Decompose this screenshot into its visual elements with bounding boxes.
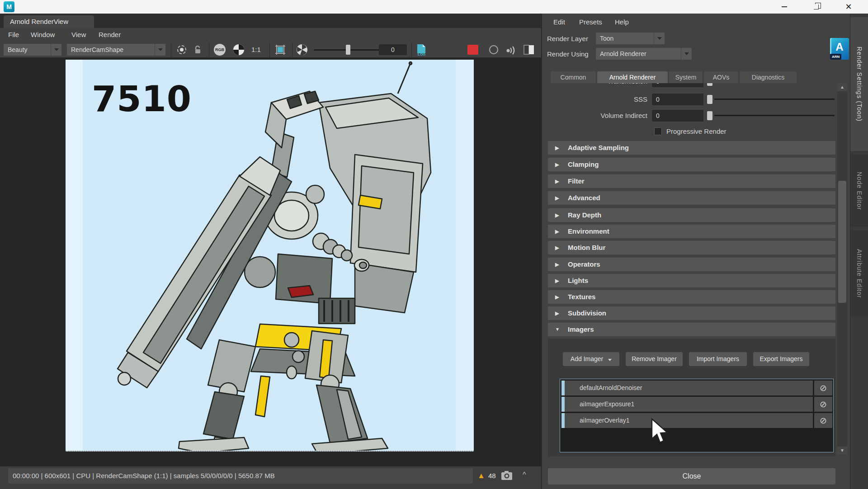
menu-edit[interactable]: Edit xyxy=(553,15,565,29)
camera-dropdown[interactable]: RenderCamShape xyxy=(67,44,165,56)
menu-presets[interactable]: Presets xyxy=(579,15,602,29)
luminance-icon[interactable] xyxy=(231,44,246,56)
renderview-window-tab[interactable]: Arnold RenderView xyxy=(4,15,94,28)
attr-label: Transmission xyxy=(557,83,647,88)
progressive-render-checkbox[interactable] xyxy=(654,127,662,135)
side-tab-render-settings[interactable]: Render Settings (Toon) xyxy=(850,17,868,151)
attr-row-transmission: Transmission 0 xyxy=(545,83,837,88)
render-using-dropdown[interactable]: Arnold Renderer xyxy=(596,48,692,60)
arnold-logo: AARN xyxy=(830,38,849,60)
section-advanced[interactable]: ▶Advanced xyxy=(548,191,835,205)
section-ray-depth[interactable]: ▶Ray Depth xyxy=(548,208,835,222)
disable-imager-button[interactable]: ⊘ xyxy=(814,381,832,395)
remove-imager-button[interactable]: Remove Imager xyxy=(626,352,683,366)
render-status-text: 00:00:00 | 600x601 | CPU | RenderCamShap… xyxy=(8,468,473,484)
imager-accent-bar xyxy=(561,413,565,428)
section-lights[interactable]: ▶Lights xyxy=(548,274,835,287)
section-adaptive-sampling[interactable]: ▶Adaptive Sampling xyxy=(548,141,835,155)
attr-row-sss: SSS 0 xyxy=(545,93,837,106)
renderview-menubar: File Window View Render xyxy=(0,28,541,42)
render-using-value: Arnold Renderer xyxy=(600,50,646,57)
menu-file[interactable]: File xyxy=(8,28,19,42)
exposure-value-field[interactable]: 0 xyxy=(379,44,407,55)
attr-label: Volume Indirect xyxy=(557,109,647,122)
stop-render-button[interactable] xyxy=(467,45,478,55)
section-clamping[interactable]: ▶Clamping xyxy=(548,158,835,171)
zoom-ratio-button[interactable]: 1:1 xyxy=(251,44,261,56)
restore-button[interactable] xyxy=(806,0,826,14)
section-filter[interactable]: ▶Filter xyxy=(548,174,835,188)
tab-system[interactable]: System xyxy=(669,71,703,83)
lock-open-icon[interactable] xyxy=(192,44,204,56)
exposure-slider-handle[interactable] xyxy=(346,45,350,55)
disable-imager-button[interactable]: ⊘ xyxy=(814,397,832,412)
imager-accent-bar xyxy=(561,381,565,395)
section-imagers[interactable]: ▼Imagers xyxy=(548,323,835,336)
imagers-panel: Add Imager Remove Imager Import Imagers … xyxy=(548,339,835,456)
log-display-icon[interactable]: LOG xyxy=(415,44,428,56)
section-environment[interactable]: ▶Environment xyxy=(548,225,835,238)
broadcast-icon[interactable] xyxy=(505,44,518,56)
imager-row-denoiser[interactable]: defaultArnoldDenoiser xyxy=(561,381,813,395)
expand-log-caret[interactable]: ^ xyxy=(523,471,526,479)
render-using-label: Render Using xyxy=(547,50,589,58)
menu-view[interactable]: View xyxy=(71,28,86,42)
section-textures[interactable]: ▶Textures xyxy=(548,290,835,304)
import-imagers-button[interactable]: Import Imagers xyxy=(689,352,747,366)
imager-row-overlay[interactable]: aiImagerOverlay1 xyxy=(561,413,813,428)
aov-dropdown[interactable]: Beauty xyxy=(4,44,61,56)
attr-row-volume-indirect: Volume Indirect 0 xyxy=(545,109,837,122)
3d-manipulation-icon[interactable] xyxy=(175,44,188,56)
section-subdivision[interactable]: ▶Subdivision xyxy=(548,306,835,320)
close-window-button[interactable]: ✕ xyxy=(838,0,859,14)
region-crop-icon[interactable] xyxy=(274,44,287,56)
scrollbar-down-arrow[interactable]: ▼ xyxy=(837,447,847,455)
menu-window[interactable]: Window xyxy=(31,28,55,42)
rgb-channels-icon[interactable]: RGB xyxy=(212,44,227,56)
section-operators[interactable]: ▶Operators xyxy=(548,258,835,271)
disable-imager-button[interactable]: ⊘ xyxy=(814,413,832,428)
sss-slider-handle[interactable] xyxy=(707,95,712,104)
transmission-field[interactable]: 0 xyxy=(652,83,703,87)
tab-aovs[interactable]: AOVs xyxy=(704,71,738,83)
side-tab-attribute-editor[interactable]: Attribute Editor xyxy=(850,230,868,316)
side-tab-node-editor[interactable]: Node Editor xyxy=(850,155,868,227)
transmission-slider-handle[interactable] xyxy=(707,83,712,86)
side-tab-strip: Render Settings (Toon) Node Editor Attri… xyxy=(850,14,868,489)
svg-text:LOG: LOG xyxy=(418,52,425,56)
imager-name: aiImagerExposure1 xyxy=(580,397,634,412)
volume-indirect-slider-handle[interactable] xyxy=(707,111,712,120)
sss-slider-track[interactable] xyxy=(714,99,835,100)
exposure-shutter-icon[interactable] xyxy=(296,44,308,56)
scrollbar-thumb[interactable] xyxy=(838,181,846,303)
chevron-down-icon xyxy=(608,359,612,361)
section-motion-blur[interactable]: ▶Motion Blur xyxy=(548,241,835,254)
minimize-button[interactable] xyxy=(774,0,795,14)
rendered-image[interactable]: 7510 xyxy=(66,60,474,451)
menu-help[interactable]: Help xyxy=(615,15,629,29)
warning-icon[interactable]: ▲ xyxy=(477,471,485,480)
imager-name: defaultArnoldDenoiser xyxy=(580,381,642,395)
menu-render[interactable]: Render xyxy=(99,28,121,42)
scrollbar-up-arrow[interactable]: ▲ xyxy=(837,83,847,91)
chevron-down-icon xyxy=(654,33,665,44)
snapshot-ring-icon[interactable] xyxy=(489,45,498,54)
tab-diagnostics[interactable]: Diagnostics xyxy=(740,71,797,83)
snapshot-camera-icon[interactable] xyxy=(501,470,513,482)
render-layer-dropdown[interactable]: Toon xyxy=(596,33,665,44)
os-title-bar: M ✕ xyxy=(0,0,868,14)
render-layer-value: Toon xyxy=(600,35,613,42)
ab-compare-icon[interactable] xyxy=(523,44,535,56)
export-imagers-button[interactable]: Export Imagers xyxy=(753,352,809,366)
sss-field[interactable]: 0 xyxy=(652,94,703,105)
imager-row-exposure[interactable]: aiImagerExposure1 xyxy=(561,397,813,412)
add-imager-button[interactable]: Add Imager xyxy=(563,352,619,366)
minimize-icon xyxy=(782,6,787,7)
tab-common[interactable]: Common xyxy=(551,71,596,83)
volume-indirect-slider-track[interactable] xyxy=(714,115,835,116)
volume-indirect-field[interactable]: 0 xyxy=(652,110,703,122)
renderview-toolbar: Beauty RenderCamShape RGB 1:1 xyxy=(0,42,541,58)
renderview-statusbar: 00:00:00 | 600x601 | CPU | RenderCamShap… xyxy=(0,466,541,489)
close-settings-button[interactable]: Close xyxy=(548,468,835,484)
tab-arnold-renderer[interactable]: Arnold Renderer xyxy=(597,71,668,83)
